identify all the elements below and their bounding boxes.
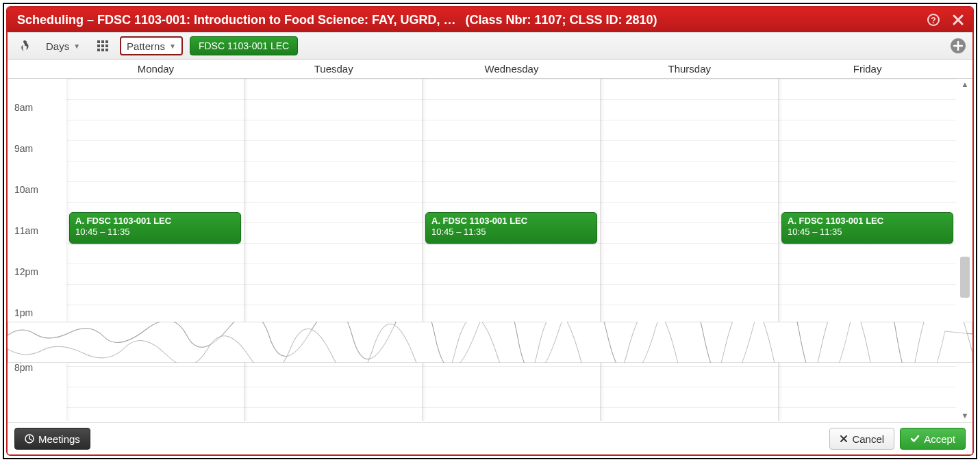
titlebar: Scheduling – FDSC 1103-001: Introduction… <box>8 8 972 32</box>
time-axis: 8am 9am 10am 11am 12pm 1pm <box>8 79 66 346</box>
caret-down-icon: ▼ <box>73 42 80 50</box>
help-icon[interactable]: ? <box>926 12 941 27</box>
time-label: 12pm <box>8 264 66 305</box>
days-dropdown[interactable]: Days ▼ <box>40 36 86 55</box>
cancel-button[interactable]: Cancel <box>829 428 894 450</box>
day-header: Thursday <box>600 60 778 78</box>
check-icon <box>910 435 920 443</box>
scheduling-dialog: Scheduling – FDSC 1103-001: Introduction… <box>6 6 974 456</box>
patterns-label: Patterns <box>127 40 165 52</box>
calendar-event[interactable]: A. FDSC 1103-001 LEC10:45 – 11:35 <box>69 212 241 244</box>
accept-button[interactable]: Accept <box>900 428 966 450</box>
time-label: 8pm <box>8 359 66 400</box>
svg-rect-8 <box>97 49 100 51</box>
svg-rect-6 <box>101 44 104 47</box>
day-header: Tuesday <box>244 60 423 78</box>
patterns-dropdown[interactable]: Patterns ▼ <box>120 36 183 55</box>
event-time: 10:45 – 11:35 <box>788 227 947 238</box>
torn-section-divider <box>8 322 972 363</box>
days-label: Days <box>46 40 69 52</box>
section-pill[interactable]: FDSC 1103-001 LEC <box>190 36 298 55</box>
event-time: 10:45 – 11:35 <box>431 227 591 238</box>
scrollbar-thumb[interactable] <box>960 257 970 298</box>
event-time: 10:45 – 11:35 <box>75 227 235 238</box>
dialog-title: Scheduling – FDSC 1103-001: Introduction… <box>17 13 455 27</box>
time-label: 8am <box>8 99 66 140</box>
day-column-monday[interactable]: A. FDSC 1103-001 LEC10:45 – 11:35 <box>66 79 244 421</box>
day-header: Wednesday <box>423 60 601 78</box>
day-header: Monday <box>66 60 244 78</box>
day-header: Friday <box>778 60 956 78</box>
svg-rect-2 <box>97 40 100 43</box>
dialog-footer: Meetings Cancel Accept <box>8 423 972 454</box>
heatmap-icon[interactable] <box>14 36 34 55</box>
add-button[interactable] <box>951 38 966 53</box>
svg-rect-7 <box>105 44 108 47</box>
time-label: 10am <box>8 181 66 222</box>
event-title: A. FDSC 1103-001 LEC <box>75 216 235 227</box>
calendar-event[interactable]: A. FDSC 1103-001 LEC10:45 – 11:35 <box>781 212 953 244</box>
event-title: A. FDSC 1103-001 LEC <box>788 216 947 227</box>
day-header-row: Monday Tuesday Wednesday Thursday Friday <box>8 60 972 79</box>
calendar-body[interactable]: 8am 9am 10am 11am 12pm 1pm 7pm 8pm A. FD… <box>8 79 972 421</box>
scroll-up-icon[interactable]: ▲ <box>962 80 969 88</box>
calendar-grid: Monday Tuesday Wednesday Thursday Friday… <box>8 60 972 423</box>
day-column-friday[interactable]: A. FDSC 1103-001 LEC10:45 – 11:35 <box>778 79 956 421</box>
scroll-down-icon[interactable]: ▼ <box>962 411 969 420</box>
meetings-button[interactable]: Meetings <box>14 428 90 450</box>
clock-icon <box>25 434 34 444</box>
caret-down-icon: ▼ <box>169 42 176 50</box>
grid-view-icon[interactable] <box>92 36 113 55</box>
toolbar: Days ▼ Patterns ▼ FDSC 1103-001 LEC <box>8 32 972 60</box>
svg-rect-4 <box>105 40 108 43</box>
time-label: 9am <box>8 140 66 181</box>
dialog-subtitle: (Class Nbr: 1107; CLSS ID: 2810) <box>465 13 657 27</box>
calendar-event[interactable]: A. FDSC 1103-001 LEC10:45 – 11:35 <box>425 212 597 244</box>
time-label: 11am <box>8 222 66 264</box>
close-icon[interactable] <box>951 12 966 27</box>
svg-rect-5 <box>97 44 100 47</box>
svg-rect-9 <box>101 49 104 51</box>
svg-rect-3 <box>101 40 104 43</box>
day-column-tuesday[interactable] <box>244 79 422 421</box>
day-column-thursday[interactable] <box>600 79 778 421</box>
event-title: A. FDSC 1103-001 LEC <box>431 216 591 227</box>
day-column-wednesday[interactable]: A. FDSC 1103-001 LEC10:45 – 11:35 <box>422 79 600 421</box>
vertical-scrollbar[interactable]: ▲ ▼ <box>959 79 971 421</box>
x-icon <box>840 435 848 443</box>
svg-rect-10 <box>105 49 108 51</box>
svg-text:?: ? <box>931 16 935 25</box>
